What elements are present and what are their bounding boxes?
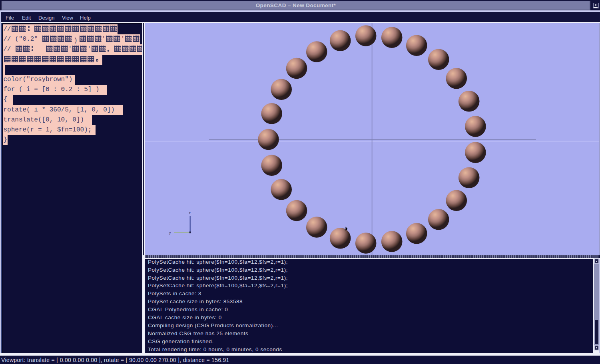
svg-text:y: y — [169, 231, 171, 235]
svg-text:z: z — [189, 211, 191, 215]
